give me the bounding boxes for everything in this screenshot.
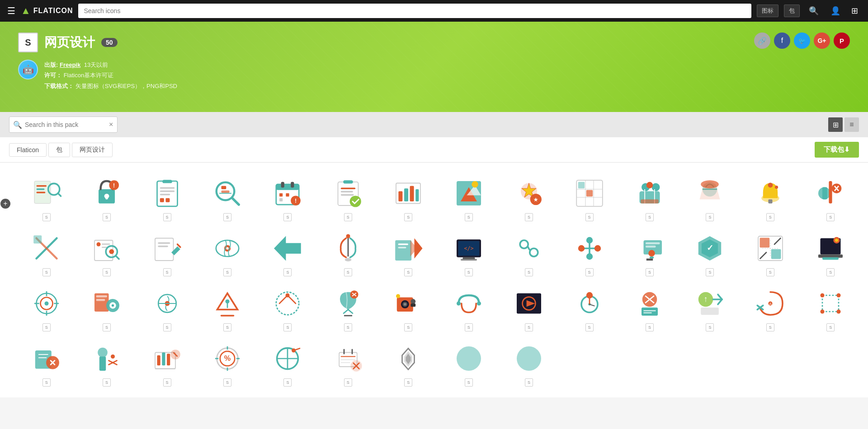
list-item[interactable]: ★S	[500, 172, 557, 223]
list-item[interactable]: S	[802, 282, 859, 333]
list-item[interactable]: S	[621, 282, 678, 333]
clear-search-button[interactable]: ×	[109, 121, 113, 129]
list-item[interactable]: S	[500, 227, 557, 278]
list-item[interactable]: S	[18, 227, 75, 278]
list-item[interactable]: S	[78, 227, 135, 278]
svg-point-46	[472, 181, 478, 187]
list-item[interactable]: ↑S	[682, 282, 738, 333]
list-item[interactable]: S	[320, 172, 376, 223]
list-item[interactable]: S	[139, 227, 195, 278]
list-item[interactable]: S	[742, 227, 798, 278]
svg-rect-64	[641, 200, 659, 204]
list-item[interactable]: S	[139, 337, 195, 388]
list-item[interactable]: </>S	[440, 227, 497, 278]
icon-s-badge: S	[344, 213, 352, 221]
list-item[interactable]: S	[259, 282, 316, 333]
site-logo[interactable]: ▲ FLATICON	[21, 5, 73, 17]
svg-rect-185	[642, 308, 658, 316]
icon-image	[209, 285, 245, 322]
list-item[interactable]: S	[561, 172, 618, 223]
list-item[interactable]: S	[199, 282, 255, 333]
icon-s-badge: S	[223, 213, 231, 221]
list-item[interactable]: S	[500, 282, 557, 333]
list-item[interactable]: S	[259, 227, 316, 278]
icon-s-badge: S	[42, 323, 51, 331]
list-item[interactable]: S	[380, 227, 437, 278]
pack-btn[interactable]: 包	[784, 5, 800, 17]
hamburger-icon[interactable]: ☰	[7, 5, 15, 16]
list-item[interactable]: S	[440, 282, 497, 333]
global-search-input[interactable]	[78, 4, 751, 18]
list-item[interactable]: S	[500, 337, 557, 388]
list-item[interactable]: S	[380, 282, 437, 333]
list-view-button[interactable]: ≡	[844, 117, 859, 132]
svg-point-116	[586, 253, 592, 260]
author-link[interactable]: Freepik	[60, 61, 80, 68]
list-item[interactable]: !S	[78, 172, 135, 223]
svg-rect-71	[768, 200, 772, 204]
list-item[interactable]: S	[380, 172, 437, 223]
list-item[interactable]: S	[259, 337, 316, 388]
list-item[interactable]: S	[139, 282, 195, 333]
svg-marker-122	[646, 259, 653, 261]
add-button[interactable]: +	[0, 199, 10, 209]
pack-search-input[interactable]	[25, 121, 106, 128]
list-item[interactable]: S	[139, 172, 195, 223]
list-item[interactable]: S	[320, 282, 376, 333]
breadcrumb-current[interactable]: 网页设计	[72, 143, 113, 157]
list-item[interactable]: S	[320, 227, 376, 278]
twitter-share-button[interactable]: 🐦	[794, 33, 810, 49]
icon-image: ↑	[692, 285, 728, 322]
svg-rect-73	[822, 187, 827, 200]
list-item[interactable]: S	[380, 337, 437, 388]
search-icon[interactable]: 🔍	[805, 6, 822, 16]
list-item[interactable]: S	[561, 227, 618, 278]
pack-title-row: S 网页设计 50	[18, 33, 850, 52]
time-ago: 13天以前	[84, 61, 108, 68]
breadcrumb-pack[interactable]: 包	[48, 143, 70, 157]
list-item[interactable]: !S	[259, 172, 316, 223]
googleplus-share-button[interactable]: G+	[814, 33, 830, 49]
icon-s-badge: S	[344, 268, 352, 276]
list-item[interactable]: S	[621, 172, 678, 223]
svg-text:★: ★	[533, 197, 538, 202]
list-item[interactable]: S	[802, 227, 859, 278]
list-item[interactable]: S	[621, 227, 678, 278]
download-pack-button[interactable]: 下载包⬇	[815, 142, 859, 158]
list-item[interactable]: S	[18, 282, 75, 333]
facebook-share-button[interactable]: f	[774, 33, 790, 49]
list-item[interactable]: S	[682, 172, 738, 223]
list-item[interactable]: %S	[199, 337, 255, 388]
svg-point-170	[396, 294, 400, 298]
list-item[interactable]: ✓S	[682, 227, 738, 278]
grid-view-button[interactable]: ⊞	[828, 117, 843, 132]
icon-image: !	[89, 175, 125, 211]
list-item[interactable]: S	[199, 172, 255, 223]
breadcrumb: Flaticon 包 网页设计 下载包⬇	[0, 137, 868, 163]
list-item[interactable]: S	[78, 337, 135, 388]
list-item[interactable]: S	[199, 227, 255, 278]
list-item[interactable]: S	[18, 172, 75, 223]
svg-rect-16	[160, 198, 164, 202]
user-icon[interactable]: 👤	[828, 6, 843, 16]
list-item[interactable]: S	[320, 337, 376, 388]
icon-cell-empty	[561, 337, 618, 388]
breadcrumb-flaticon[interactable]: Flaticon	[9, 143, 47, 157]
list-item[interactable]: S	[18, 337, 75, 388]
svg-point-67	[701, 180, 719, 188]
icon-s-badge: S	[826, 323, 835, 331]
list-item[interactable]: S	[802, 172, 859, 223]
icon-image	[692, 175, 728, 211]
list-item[interactable]: S	[440, 172, 497, 223]
list-item[interactable]: S	[78, 282, 135, 333]
share-button[interactable]: 🔗	[754, 33, 770, 49]
icon-s-badge: S	[103, 268, 111, 276]
list-item[interactable]: S	[742, 172, 798, 223]
list-item[interactable]: S	[561, 282, 618, 333]
list-item[interactable]: S	[440, 337, 497, 388]
pinterest-share-button[interactable]: P	[834, 33, 850, 49]
svg-rect-17	[165, 198, 170, 202]
icons-btn[interactable]: 图标	[757, 5, 778, 17]
list-item[interactable]: AS	[742, 282, 798, 333]
grid-icon[interactable]: ⊞	[849, 6, 861, 16]
